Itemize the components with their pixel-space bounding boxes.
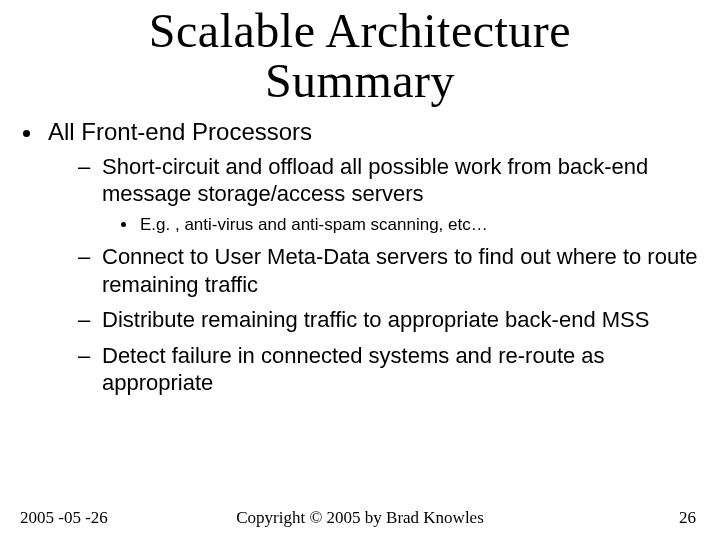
slide-title: Scalable Architecture Summary	[0, 6, 720, 107]
bullet-l2: Detect failure in connected systems and …	[78, 342, 720, 397]
bullet-list-l3: E.g. , anti-virus and anti-spam scanning…	[138, 214, 720, 235]
bullet-l2-text: Distribute remaining traffic to appropri…	[102, 307, 649, 332]
bullet-l2: Connect to User Meta-Data servers to fin…	[78, 243, 720, 298]
bullet-l1-text: All Front-end Processors	[48, 118, 312, 145]
slide-footer: 2005 -05 -26 Copyright © 2005 by Brad Kn…	[0, 508, 720, 528]
bullet-l1: All Front-end Processors Short-circuit a…	[44, 117, 720, 397]
footer-copyright: Copyright © 2005 by Brad Knowles	[0, 508, 720, 528]
bullet-l2-text: Detect failure in connected systems and …	[102, 343, 605, 396]
title-line-2: Summary	[265, 54, 455, 107]
bullet-l2: Short-circuit and offload all possible w…	[78, 153, 720, 235]
bullet-l3-text: E.g. , anti-virus and anti-spam scanning…	[140, 215, 488, 234]
bullet-list: All Front-end Processors Short-circuit a…	[44, 117, 720, 397]
title-line-1: Scalable Architecture	[149, 4, 571, 57]
bullet-l3: E.g. , anti-virus and anti-spam scanning…	[138, 214, 720, 235]
bullet-l2-text: Connect to User Meta-Data servers to fin…	[102, 244, 698, 297]
bullet-l2: Distribute remaining traffic to appropri…	[78, 306, 720, 334]
footer-date: 2005 -05 -26	[20, 508, 108, 528]
footer-page: 26	[679, 508, 696, 528]
slide: Scalable Architecture Summary All Front-…	[0, 6, 720, 540]
bullet-l2-text: Short-circuit and offload all possible w…	[102, 154, 648, 207]
bullet-list-l2: Short-circuit and offload all possible w…	[78, 153, 720, 397]
